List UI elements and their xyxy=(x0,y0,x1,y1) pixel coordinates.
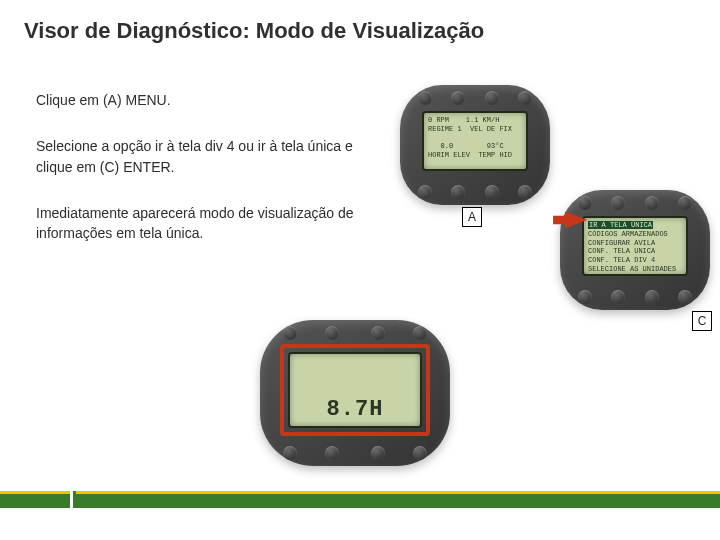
device-button xyxy=(611,290,625,304)
lcd-line: 0 RPM 1.1 KM/H xyxy=(428,116,499,124)
device-button xyxy=(645,196,659,210)
device-button xyxy=(325,446,339,460)
lcd-body: CÓDIGOS ARMAZENADOS CONFIGURAR AVILA CON… xyxy=(588,230,676,273)
arrow-right-icon xyxy=(565,212,587,229)
device-button xyxy=(645,290,659,304)
device-button xyxy=(418,91,432,105)
device-top-screen: 0 RPM 1.1 KM/H REGIME 1 VEL DE FIX 0.0 9… xyxy=(422,111,528,171)
device-button xyxy=(451,185,465,199)
device-menu-view: IR A TELA ÚNICA CÓDIGOS ARMAZENADOS CONF… xyxy=(560,190,710,310)
device-button xyxy=(611,196,625,210)
device-button xyxy=(485,185,499,199)
device-button xyxy=(518,185,532,199)
device-button xyxy=(325,326,339,340)
device-button xyxy=(371,326,385,340)
footer-accent-icon xyxy=(73,491,76,508)
device-button xyxy=(413,446,427,460)
device-button xyxy=(283,326,297,340)
callout-c: C xyxy=(692,311,712,331)
callout-a: A xyxy=(462,207,482,227)
device-single-view: 8.7H HORAS MOT AMP RUI xyxy=(260,320,450,466)
brand-footer-bar xyxy=(0,494,720,508)
device-button xyxy=(283,446,297,460)
device-top-view: 0 RPM 1.1 KM/H REGIME 1 VEL DE FIX 0.0 9… xyxy=(400,85,550,205)
device-button xyxy=(371,446,385,460)
lcd-value: 8.7H xyxy=(294,396,416,424)
device-button xyxy=(678,290,692,304)
device-button xyxy=(413,326,427,340)
lcd-line: 0.0 93°C xyxy=(428,142,504,150)
device-button xyxy=(578,196,592,210)
lcd-line-selected: IR A TELA ÚNICA xyxy=(588,221,653,229)
device-menu-screen: IR A TELA ÚNICA CÓDIGOS ARMAZENADOS CONF… xyxy=(582,216,688,276)
lcd-line: HORIM ELEV TEMP HID xyxy=(428,151,512,159)
device-button xyxy=(518,91,532,105)
device-button xyxy=(578,290,592,304)
figure-group: 0 RPM 1.1 KM/H REGIME 1 VEL DE FIX 0.0 9… xyxy=(0,0,720,540)
device-button xyxy=(418,185,432,199)
device-single-screen: 8.7H HORAS MOT AMP RUI xyxy=(288,352,422,428)
device-button xyxy=(451,91,465,105)
lcd-line: REGIME 1 VEL DE FIX xyxy=(428,125,512,133)
device-button xyxy=(678,196,692,210)
device-button xyxy=(485,91,499,105)
